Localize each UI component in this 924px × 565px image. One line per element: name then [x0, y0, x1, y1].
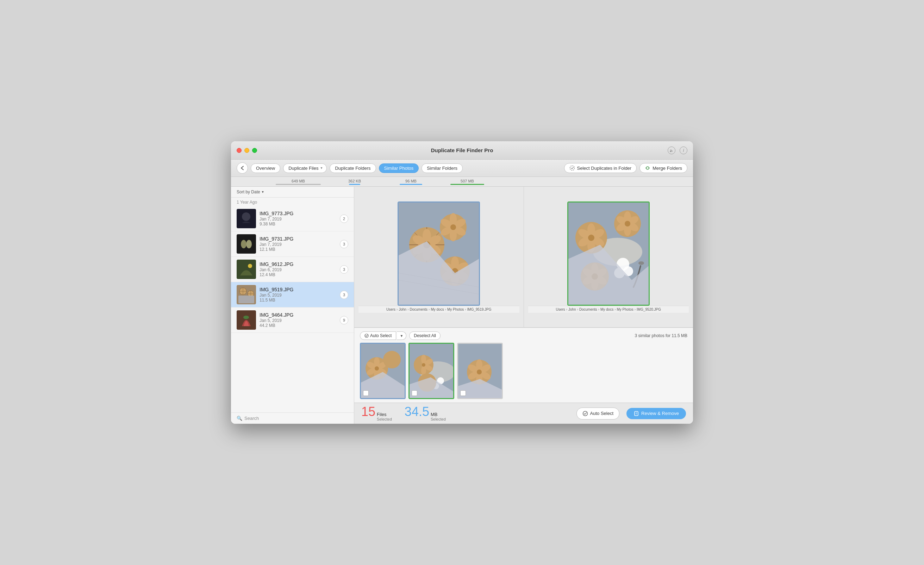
toolbar: Overview Duplicate Files ▼ Duplicate Fol… — [231, 159, 693, 177]
tab-overview[interactable]: Overview — [251, 164, 280, 173]
sidebar-item[interactable]: IMG_9464.JPG Jan 5, 2019 44.2 MB 9 — [231, 308, 354, 333]
item-date: Jan 6, 2019 — [260, 267, 336, 272]
svg-point-82 — [365, 334, 368, 337]
svg-rect-16 — [238, 296, 254, 303]
svg-point-18 — [243, 316, 249, 319]
app-window: Duplicate File Finder Pro i Overview Dup… — [231, 141, 693, 424]
photo-path-right: Users › John › Documents › My docs › My … — [528, 306, 689, 313]
breadcrumb-arrow: › — [407, 308, 408, 311]
close-button[interactable] — [237, 148, 242, 153]
deselect-all-button[interactable]: Deselect All — [409, 332, 441, 340]
sidebar-item[interactable]: IMG_9612.JPG Jan 6, 2019 12.4 MB 3 — [231, 257, 354, 282]
item-size: 12.1 MB — [260, 247, 336, 252]
search-label[interactable]: Search — [244, 416, 259, 421]
sidebar: Sort by Date ▼ 1 Year Ago I — [231, 187, 354, 424]
svg-point-0 — [670, 151, 671, 152]
photo-pane-right: Users › John › Documents › My docs › My … — [524, 187, 693, 327]
select-duplicates-button[interactable]: Select Duplicates in Folder — [564, 163, 637, 173]
thumbnail — [237, 260, 256, 279]
tab-similar-photos[interactable]: Similar Photos — [379, 164, 419, 173]
thumb-checkbox[interactable] — [460, 390, 466, 396]
sidebar-sort-header: Sort by Date ▼ — [231, 187, 354, 198]
breadcrumb-arrow: › — [577, 308, 578, 311]
thumbnails-section: Auto Select ▼ Deselect All 3 similar pho… — [354, 328, 693, 403]
sidebar-item[interactable]: IMG_9731.JPG Jan 7, 2019 12.1 MB 3 — [231, 231, 354, 257]
merge-folders-button[interactable]: Merge Folders — [639, 163, 687, 173]
item-size: 11.5 MB — [260, 298, 336, 303]
tab-size-similar-folders: 507 MB — [439, 179, 495, 186]
info-icon[interactable]: i — [680, 147, 687, 154]
svg-point-60 — [588, 234, 594, 241]
photo-frame-right — [567, 201, 650, 306]
auto-select-status-button[interactable]: Auto Select — [576, 407, 620, 419]
tab-duplicate-files[interactable]: Duplicate Files ▼ — [283, 164, 327, 173]
thumbnail-item[interactable] — [360, 343, 406, 399]
tab-size-duplicate-files: 649 MB — [270, 179, 326, 186]
files-selected: 15 Files Selected — [361, 406, 392, 421]
maximize-button[interactable] — [252, 148, 257, 153]
breadcrumb-arrow: › — [615, 308, 615, 311]
sidebar-search: 🔍 Search — [231, 412, 354, 424]
rss-icon[interactable] — [668, 147, 675, 154]
time-group-label: 1 Year Ago — [231, 198, 354, 206]
search-icon: 🔍 — [237, 416, 242, 421]
item-info: IMG_9519.JPG Jan 5, 2019 11.5 MB — [260, 287, 336, 303]
minimize-button[interactable] — [244, 148, 249, 153]
item-name: IMG_9731.JPG — [260, 236, 336, 242]
svg-point-3 — [242, 212, 250, 221]
thumb-checkbox[interactable] — [363, 390, 369, 396]
item-size: 9.38 MB — [260, 222, 336, 227]
svg-point-92 — [383, 351, 401, 368]
photo-frame-left — [398, 201, 480, 306]
breadcrumb-arrow: › — [429, 308, 430, 311]
photo-pane-left: Users › John › Documents › My docs › My … — [354, 187, 524, 327]
thumb-checkbox[interactable] — [412, 390, 417, 396]
svg-rect-17 — [237, 310, 256, 330]
item-info: IMG_9773.JPG Jan 7, 2019 9.38 MB — [260, 210, 336, 227]
main-content: Sort by Date ▼ 1 Year Ago I — [231, 187, 693, 424]
titlebar: Duplicate File Finder Pro i — [231, 141, 693, 159]
duplicate-count-badge: 3 — [340, 291, 348, 299]
auto-select-button[interactable]: Auto Select — [360, 332, 396, 340]
svg-point-101 — [422, 363, 425, 367]
svg-point-8 — [248, 264, 252, 268]
svg-point-39 — [450, 224, 456, 230]
breadcrumb-arrow: › — [634, 308, 636, 311]
sidebar-item[interactable]: IMG_9773.JPG Jan 7, 2019 9.38 MB 2 — [231, 206, 354, 231]
item-date: Jan 5, 2019 — [260, 318, 336, 323]
photo-path-left: Users › John › Documents › My docs › My … — [358, 306, 519, 313]
thumbnails-header: Auto Select ▼ Deselect All 3 similar pho… — [360, 332, 687, 340]
breadcrumb-arrow: › — [396, 308, 398, 311]
item-date: Jan 7, 2019 — [260, 216, 336, 222]
svg-point-91 — [375, 366, 379, 371]
thumbnail — [237, 234, 256, 254]
svg-point-80 — [638, 261, 644, 265]
thumbnail-item[interactable] — [457, 343, 503, 399]
svg-rect-7 — [237, 260, 256, 279]
tab-similar-folders[interactable]: Similar Folders — [422, 164, 463, 173]
item-name: IMG_9519.JPG — [260, 287, 336, 292]
tab-duplicate-folders[interactable]: Duplicate Folders — [330, 164, 376, 173]
sidebar-items: IMG_9773.JPG Jan 7, 2019 9.38 MB 2 — [231, 206, 354, 412]
duplicate-count-badge: 3 — [340, 265, 348, 274]
files-label: Files Selected — [377, 412, 392, 421]
item-date: Jan 7, 2019 — [260, 242, 336, 247]
breadcrumb-arrow: › — [598, 308, 599, 311]
sort-by-date[interactable]: Sort by Date ▼ — [237, 189, 348, 194]
thumbnail — [237, 209, 256, 228]
auto-select-dropdown[interactable]: ▼ — [397, 332, 406, 340]
breadcrumb-arrow: › — [566, 308, 567, 311]
tab-size-similar-photos: 96 MB — [383, 179, 439, 186]
right-panel: Users › John › Documents › My docs › My … — [354, 187, 693, 424]
back-button[interactable] — [237, 162, 248, 174]
thumbnail-item[interactable] — [408, 343, 454, 399]
mb-label: MB Selected — [430, 412, 446, 421]
duplicate-count-badge: 9 — [340, 316, 348, 325]
duplicate-count-badge: 3 — [340, 240, 348, 248]
similar-count: 3 similar photos for 11.5 MB — [635, 333, 687, 338]
thumbnail — [237, 310, 256, 330]
traffic-lights — [237, 148, 257, 153]
item-size: 12.4 MB — [260, 272, 336, 277]
sidebar-item-selected[interactable]: IMG_9519.JPG Jan 5, 2019 11.5 MB 3 — [231, 282, 354, 308]
review-remove-button[interactable]: Review & Remove — [627, 408, 686, 419]
